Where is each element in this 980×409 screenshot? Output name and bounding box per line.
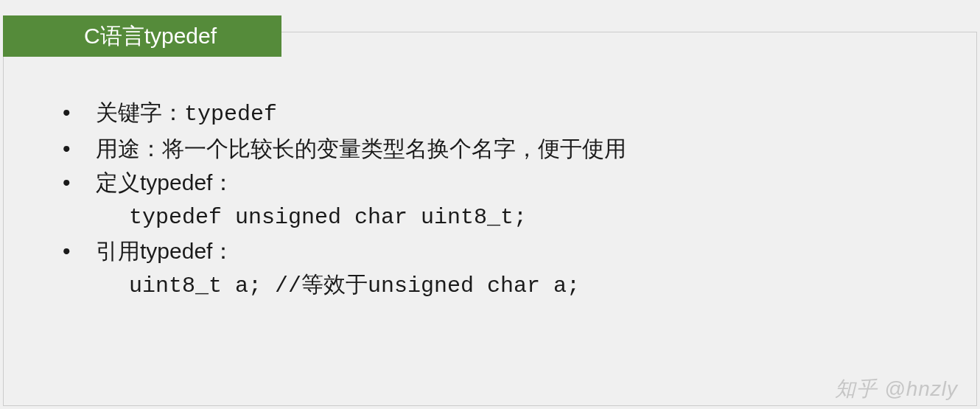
content-area: • 关键字：typedef • 用途：将一个比较长的变量类型名换个名字，便于使用…	[63, 96, 626, 303]
bullet-item: • 引用typedef：	[63, 234, 626, 269]
bullet-item: • 关键字：typedef	[63, 96, 626, 132]
bullet-label: 引用typedef：	[96, 239, 234, 263]
bullet-dot-icon: •	[63, 166, 71, 200]
code-line: typedef unsigned char uint8_t;	[63, 200, 626, 235]
title-bar: C语言typedef	[3, 15, 281, 57]
bullet-item: • 定义typedef：	[63, 166, 626, 200]
bullet-item: • 用途：将一个比较长的变量类型名换个名字，便于使用	[63, 132, 626, 167]
bullet-label: 定义typedef：	[96, 170, 234, 195]
bullet-label: 用途：将一个比较长的变量类型名换个名字，便于使用	[96, 136, 626, 161]
slide-title: C语言typedef	[84, 21, 217, 52]
code-line: uint8_t a; //等效于unsigned char a;	[63, 269, 626, 304]
watermark: 知乎 @hnzly	[835, 375, 958, 403]
bullet-label: 关键字：	[96, 100, 184, 125]
bullet-value: typedef	[184, 102, 277, 127]
bullet-dot-icon: •	[63, 234, 71, 269]
bullet-dot-icon: •	[63, 132, 71, 167]
bullet-dot-icon: •	[63, 96, 71, 130]
